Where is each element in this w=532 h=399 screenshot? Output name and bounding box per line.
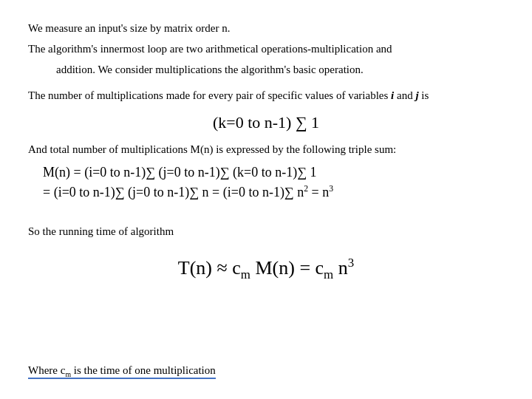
formula-2-line2-end: = n: [308, 185, 329, 200]
line-6-text: So the running time of algorithm: [28, 225, 174, 237]
line-5-text: And total number of multiplications M(n)…: [28, 143, 396, 155]
paragraph-2b: addition. We consider multiplications th…: [28, 62, 504, 78]
bottom-text: Where cm is the time of one multiplicati…: [28, 364, 216, 379]
bottom-text-start: Where c: [28, 364, 65, 376]
formula-2-line2-text: = (i=0 to n-1)∑ (j=0 to n-1)∑ n = (i=0 t…: [43, 185, 304, 200]
bottom-sub-m: m: [65, 370, 71, 378]
final-sup-3: 3: [348, 256, 354, 270]
final-formula-end: n: [333, 257, 348, 279]
bottom-line: Where cm is the time of one multiplicati…: [28, 364, 504, 378]
paragraph-1: We measure an input's size by matrix ord…: [28, 21, 504, 37]
formula-2-line-2: = (i=0 to n-1)∑ (j=0 to n-1)∑ n = (i=0 t…: [43, 183, 504, 203]
spacer-3: [28, 218, 504, 224]
superscript-2: 3: [329, 184, 333, 194]
bottom-text-end: is the time of one multiplication: [71, 364, 216, 376]
line-1-text: We measure an input's size by matrix ord…: [28, 22, 231, 34]
paragraph-2a: The algorithm's innermost loop are two a…: [28, 41, 504, 58]
formula-2-line-1: M(n) = (i=0 to n-1)∑ (j=0 to n-1)∑ (k=0 …: [43, 163, 504, 183]
final-formula-mid: M(n) = c: [250, 257, 324, 279]
line-3-text: addition. We consider multiplications th…: [56, 64, 364, 75]
formula-2-line1-text: M(n) = (i=0 to n-1)∑ (j=0 to n-1)∑ (k=0 …: [43, 165, 317, 180]
final-sub-m2: m: [324, 267, 333, 282]
paragraph-4: And total number of multiplications M(n)…: [28, 142, 504, 158]
line-2-text: The algorithm's innermost loop are two a…: [28, 43, 392, 55]
formula-1-text: (k=0 to n-1) ∑ 1: [213, 113, 319, 132]
line-4-start: The number of multiplications made for e…: [28, 89, 391, 101]
final-t: T(n) ≈ cm M(n) = cm n3: [178, 257, 354, 279]
formula-2: M(n) = (i=0 to n-1)∑ (j=0 to n-1)∑ (k=0 …: [28, 163, 504, 204]
formula-1: (k=0 to n-1) ∑ 1: [28, 112, 504, 134]
line-4-and: and j is: [394, 89, 429, 101]
page: We measure an input's size by matrix ord…: [0, 0, 532, 399]
spacer-1: [28, 78, 504, 88]
final-sub-m1: m: [241, 267, 250, 282]
final-formula: T(n) ≈ cm M(n) = cm n3: [28, 253, 504, 284]
spacer-2: [28, 208, 504, 218]
paragraph-5: So the running time of algorithm: [28, 224, 504, 240]
final-formula-start: T(n) ≈ c: [178, 257, 241, 279]
paragraph-3: The number of multiplications made for e…: [28, 88, 504, 104]
line-4-end: is: [419, 89, 429, 101]
